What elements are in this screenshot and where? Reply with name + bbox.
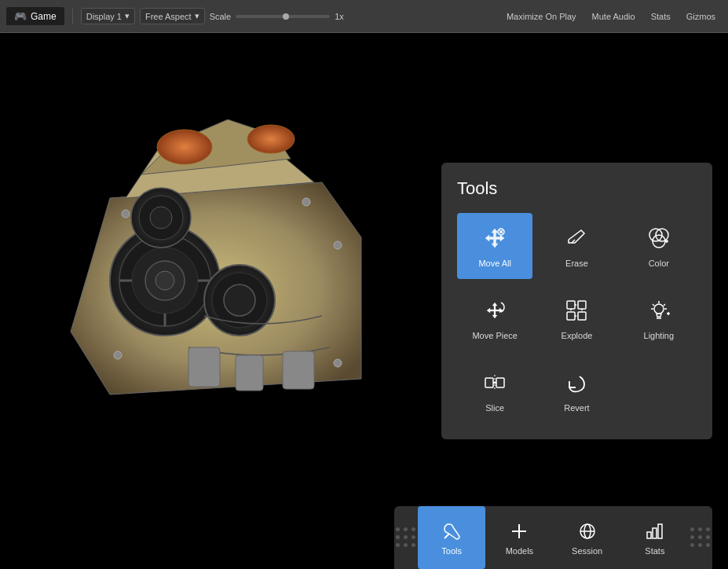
- nav-dots-right: [689, 506, 712, 569]
- session-nav-icon: [576, 520, 598, 542]
- bottom-nav: Tools Models: [394, 506, 712, 569]
- svg-point-21: [302, 198, 310, 206]
- tool-move-all-label: Move All: [478, 259, 511, 268]
- revert-icon: [562, 369, 591, 397]
- svg-line-43: [664, 304, 665, 306]
- tool-move-piece[interactable]: Move Piece: [457, 285, 532, 351]
- svg-point-22: [334, 241, 342, 249]
- tool-explode-label: Explode: [562, 331, 593, 340]
- chevron-down-icon: ▾: [125, 11, 130, 21]
- svg-rect-26: [236, 355, 263, 391]
- nav-tools-label: Tools: [441, 546, 462, 556]
- svg-point-20: [122, 210, 130, 218]
- tool-lighting[interactable]: Lighting: [621, 285, 697, 351]
- tools-grid: Move All Erase: [457, 213, 697, 424]
- tool-explode[interactable]: Explode: [539, 285, 614, 351]
- tool-color-label: Color: [649, 259, 669, 268]
- tool-move-all[interactable]: Move All: [457, 213, 532, 279]
- svg-point-24: [334, 359, 342, 367]
- svg-rect-57: [647, 532, 651, 538]
- nav-stats[interactable]: Stats: [621, 506, 689, 569]
- color-icon: [645, 224, 673, 252]
- gizmos-btn[interactable]: Gizmos: [680, 9, 722, 24]
- tool-move-piece-label: Move Piece: [472, 331, 517, 340]
- game-view: Tools Move All: [0, 33, 728, 569]
- tool-revert[interactable]: Revert: [539, 358, 614, 424]
- engine-area: [47, 80, 385, 450]
- scale-value: 1x: [335, 12, 344, 21]
- erase-icon: [562, 224, 591, 252]
- svg-rect-27: [283, 351, 314, 389]
- lighting-icon: [645, 296, 673, 325]
- nav-session[interactable]: Session: [554, 506, 621, 569]
- toolbar-right: Maximize On Play Mute Audio Stats Gizmos: [500, 9, 722, 24]
- nav-models[interactable]: Models: [485, 506, 553, 569]
- scale-slider-thumb: [283, 13, 289, 20]
- nav-stats-label: Stats: [645, 546, 664, 556]
- tools-title: Tools: [457, 178, 697, 199]
- svg-rect-49: [496, 378, 504, 387]
- gamepad-icon: 🎮: [14, 10, 27, 22]
- move-all-icon: [481, 224, 509, 252]
- nav-models-label: Models: [506, 546, 533, 556]
- game-tab-label: Game: [31, 11, 57, 22]
- tool-erase[interactable]: Erase: [539, 213, 614, 279]
- svg-rect-34: [578, 301, 586, 309]
- svg-rect-36: [578, 312, 586, 320]
- svg-rect-25: [188, 347, 220, 387]
- explode-icon: [562, 296, 591, 325]
- svg-point-41: [654, 304, 664, 314]
- svg-rect-48: [485, 378, 493, 387]
- svg-point-19: [224, 284, 255, 316]
- svg-point-16: [150, 207, 172, 229]
- nav-items: Tools Models: [418, 506, 689, 569]
- svg-rect-35: [567, 312, 575, 320]
- display-dropdown[interactable]: Display 1 ▾: [81, 8, 135, 24]
- svg-line-44: [653, 304, 654, 306]
- svg-point-3: [157, 130, 212, 164]
- move-piece-icon: [481, 296, 509, 325]
- nav-tools[interactable]: Tools: [418, 506, 485, 569]
- tools-panel: Tools Move All: [441, 163, 712, 439]
- svg-point-28: [75, 395, 357, 426]
- stats-btn[interactable]: Stats: [645, 9, 677, 24]
- chevron-down-icon-2: ▾: [195, 11, 199, 21]
- svg-rect-58: [653, 528, 657, 538]
- svg-point-23: [114, 351, 122, 359]
- toolbar: 🎮 Game Display 1 ▾ Free Aspect ▾ Scale 1…: [0, 0, 728, 33]
- nav-dots-left: [394, 506, 418, 569]
- tool-color[interactable]: Color: [621, 213, 697, 279]
- aspect-label: Free Aspect: [145, 12, 192, 21]
- maximize-btn[interactable]: Maximize On Play: [500, 9, 583, 24]
- separator: [72, 9, 73, 24]
- display-label: Display 1: [86, 12, 122, 21]
- stats-nav-icon: [644, 520, 666, 542]
- scale-label: Scale: [210, 12, 232, 21]
- scale-slider[interactable]: [236, 15, 330, 18]
- slice-icon: [481, 369, 509, 397]
- models-nav-icon: [508, 520, 530, 542]
- svg-point-9: [155, 271, 174, 290]
- tools-nav-icon: [441, 520, 463, 542]
- nav-session-label: Session: [572, 546, 602, 556]
- mute-btn[interactable]: Mute Audio: [586, 9, 642, 24]
- game-tab[interactable]: 🎮 Game: [6, 7, 64, 25]
- tool-revert-label: Revert: [564, 403, 589, 413]
- tool-erase-label: Erase: [565, 259, 588, 268]
- tool-slice-label: Slice: [485, 403, 504, 413]
- tool-lighting-label: Lighting: [644, 331, 675, 340]
- svg-rect-59: [658, 524, 662, 538]
- aspect-dropdown[interactable]: Free Aspect ▾: [140, 8, 205, 24]
- svg-point-4: [247, 125, 294, 153]
- svg-rect-33: [567, 301, 575, 309]
- scale-container: Scale 1x: [210, 12, 344, 21]
- tool-slice[interactable]: Slice: [457, 358, 532, 424]
